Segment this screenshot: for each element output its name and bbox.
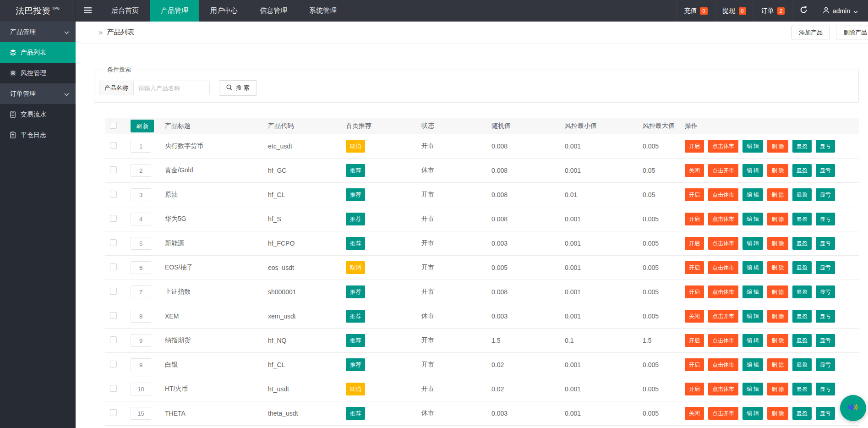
edit-button[interactable]: 编 辑 xyxy=(742,285,763,298)
sort-order-input[interactable] xyxy=(131,140,151,153)
recommend-toggle-badge[interactable]: 推荐 xyxy=(346,213,365,225)
select-all-checkbox[interactable] xyxy=(110,122,117,129)
delete-product-button[interactable]: 删除产品 xyxy=(836,26,868,39)
delete-button[interactable]: 删 除 xyxy=(767,383,788,395)
recommend-toggle-badge[interactable]: 推荐 xyxy=(346,237,365,250)
recommend-toggle-badge[interactable]: 取消 xyxy=(346,140,365,153)
delete-button[interactable]: 删 除 xyxy=(767,334,788,347)
toggle-market-button[interactable]: 点击休市 xyxy=(708,237,738,250)
toggle-open-button[interactable]: 关闭 xyxy=(685,310,704,323)
edit-button[interactable]: 编 辑 xyxy=(742,164,763,177)
tab-system[interactable]: 系统管理 xyxy=(298,0,348,22)
recommend-toggle-badge[interactable]: 推荐 xyxy=(346,407,365,420)
delete-button[interactable]: 删 除 xyxy=(767,358,788,371)
toggle-open-button[interactable]: 开启 xyxy=(685,188,704,201)
sort-order-input[interactable] xyxy=(131,358,151,371)
toggle-market-button[interactable]: 点击休市 xyxy=(708,383,738,395)
refresh-page-button[interactable] xyxy=(792,0,815,22)
toggle-open-button[interactable]: 开启 xyxy=(685,334,704,347)
row-checkbox[interactable] xyxy=(110,215,117,222)
toggle-market-button[interactable]: 点击休市 xyxy=(708,140,738,153)
show-profit-button[interactable]: 显盈 xyxy=(792,358,812,371)
show-profit-button[interactable]: 显盈 xyxy=(792,140,812,153)
toggle-open-button[interactable]: 开启 xyxy=(685,383,704,395)
tab-users[interactable]: 用户中心 xyxy=(199,0,249,22)
recommend-toggle-badge[interactable]: 取消 xyxy=(346,383,365,395)
edit-button[interactable]: 编 辑 xyxy=(742,213,763,225)
show-loss-button[interactable]: 显亏 xyxy=(816,261,835,274)
row-checkbox[interactable] xyxy=(110,409,117,416)
recommend-toggle-badge[interactable]: 推荐 xyxy=(346,310,365,323)
edit-button[interactable]: 编 辑 xyxy=(742,383,763,395)
toggle-market-button[interactable]: 点击休市 xyxy=(708,261,738,274)
sidebar-group-products[interactable]: 产品管理 xyxy=(0,22,76,42)
sort-order-input[interactable] xyxy=(131,334,151,347)
toggle-open-button[interactable]: 关闭 xyxy=(685,407,704,420)
recommend-toggle-badge[interactable]: 推荐 xyxy=(346,334,365,347)
toggle-open-button[interactable]: 开启 xyxy=(685,261,704,274)
show-loss-button[interactable]: 显亏 xyxy=(816,358,835,371)
toggle-market-button[interactable]: 点击休市 xyxy=(708,188,738,201)
delete-button[interactable]: 删 除 xyxy=(767,261,788,274)
toggle-open-button[interactable]: 开启 xyxy=(685,213,704,225)
row-checkbox[interactable] xyxy=(110,312,117,319)
edit-button[interactable]: 编 辑 xyxy=(742,310,763,323)
sidebar-item-close-log[interactable]: 平仓日志 xyxy=(0,125,76,145)
sort-order-input[interactable] xyxy=(131,188,151,201)
row-checkbox[interactable] xyxy=(110,166,117,173)
toggle-market-button[interactable]: 点击开市 xyxy=(708,164,738,177)
edit-button[interactable]: 编 辑 xyxy=(742,237,763,250)
toggle-market-button[interactable]: 点击休市 xyxy=(708,285,738,298)
withdraw-stat[interactable]: 提现 0 xyxy=(715,0,753,22)
row-checkbox[interactable] xyxy=(110,239,117,246)
delete-button[interactable]: 删 除 xyxy=(767,164,788,177)
row-checkbox[interactable] xyxy=(110,336,117,343)
row-checkbox[interactable] xyxy=(110,288,117,295)
show-profit-button[interactable]: 显盈 xyxy=(792,213,812,225)
edit-button[interactable]: 编 辑 xyxy=(742,261,763,274)
delete-button[interactable]: 删 除 xyxy=(767,237,788,250)
row-checkbox[interactable] xyxy=(110,361,117,368)
show-profit-button[interactable]: 显盈 xyxy=(792,285,812,298)
delete-button[interactable]: 删 除 xyxy=(767,213,788,225)
recommend-toggle-badge[interactable]: 推荐 xyxy=(346,164,365,177)
sort-order-input[interactable] xyxy=(131,383,151,395)
show-profit-button[interactable]: 显盈 xyxy=(792,237,812,250)
recommend-toggle-badge[interactable]: 推荐 xyxy=(346,285,365,298)
show-loss-button[interactable]: 显亏 xyxy=(816,237,835,250)
show-loss-button[interactable]: 显亏 xyxy=(816,213,835,225)
sidebar-item-risk-control[interactable]: 风控管理 xyxy=(0,63,76,83)
recharge-stat[interactable]: 充值 0 xyxy=(676,0,715,22)
sort-order-input[interactable] xyxy=(131,237,151,250)
show-loss-button[interactable]: 显亏 xyxy=(816,407,835,420)
sort-order-input[interactable] xyxy=(131,407,151,420)
delete-button[interactable]: 删 除 xyxy=(767,188,788,201)
tab-dashboard[interactable]: 后台首页 xyxy=(100,0,150,22)
delete-button[interactable]: 删 除 xyxy=(767,140,788,153)
sort-order-input[interactable] xyxy=(131,213,151,225)
sort-order-input[interactable] xyxy=(131,261,151,274)
show-profit-button[interactable]: 显盈 xyxy=(792,310,812,323)
show-profit-button[interactable]: 显盈 xyxy=(792,407,812,420)
sound-toggle-button[interactable] xyxy=(840,395,866,421)
show-profit-button[interactable]: 显盈 xyxy=(792,188,812,201)
show-loss-button[interactable]: 显亏 xyxy=(816,383,835,395)
user-menu[interactable]: admin xyxy=(815,0,868,22)
row-checkbox[interactable] xyxy=(110,385,117,392)
edit-button[interactable]: 编 辑 xyxy=(742,334,763,347)
show-loss-button[interactable]: 显亏 xyxy=(816,334,835,347)
toggle-market-button[interactable]: 点击休市 xyxy=(708,358,738,371)
delete-button[interactable]: 删 除 xyxy=(767,310,788,323)
tab-products[interactable]: 产品管理 xyxy=(150,0,199,22)
toggle-open-button[interactable]: 开启 xyxy=(685,358,704,371)
sidebar-group-orders[interactable]: 订单管理 xyxy=(0,83,76,104)
toggle-market-button[interactable]: 点击休市 xyxy=(708,334,738,347)
edit-button[interactable]: 编 辑 xyxy=(742,188,763,201)
row-checkbox[interactable] xyxy=(110,142,117,149)
show-profit-button[interactable]: 显盈 xyxy=(792,164,812,177)
menu-toggle[interactable] xyxy=(76,0,100,22)
show-loss-button[interactable]: 显亏 xyxy=(816,140,835,153)
tab-information[interactable]: 信息管理 xyxy=(249,0,298,22)
toggle-open-button[interactable]: 开启 xyxy=(685,140,704,153)
refresh-table-button[interactable]: 刷 新 xyxy=(131,120,154,132)
